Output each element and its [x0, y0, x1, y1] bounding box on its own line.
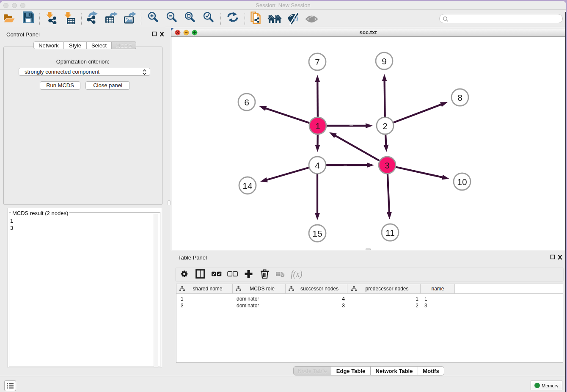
svg-text:14: 14: [242, 181, 253, 190]
svg-text:6: 6: [244, 97, 249, 107]
svg-text:9: 9: [382, 56, 387, 66]
svg-text:15: 15: [312, 229, 322, 238]
svg-text:11: 11: [385, 228, 395, 237]
svg-text:3: 3: [385, 160, 390, 170]
svg-text:1: 1: [315, 121, 320, 131]
svg-text:f(x): f(x): [291, 269, 303, 279]
svg-text:10: 10: [457, 177, 467, 187]
svg-text:4: 4: [315, 160, 320, 170]
svg-text:7: 7: [315, 57, 320, 67]
svg-text:2: 2: [383, 121, 388, 131]
svg-text:8: 8: [457, 93, 462, 102]
